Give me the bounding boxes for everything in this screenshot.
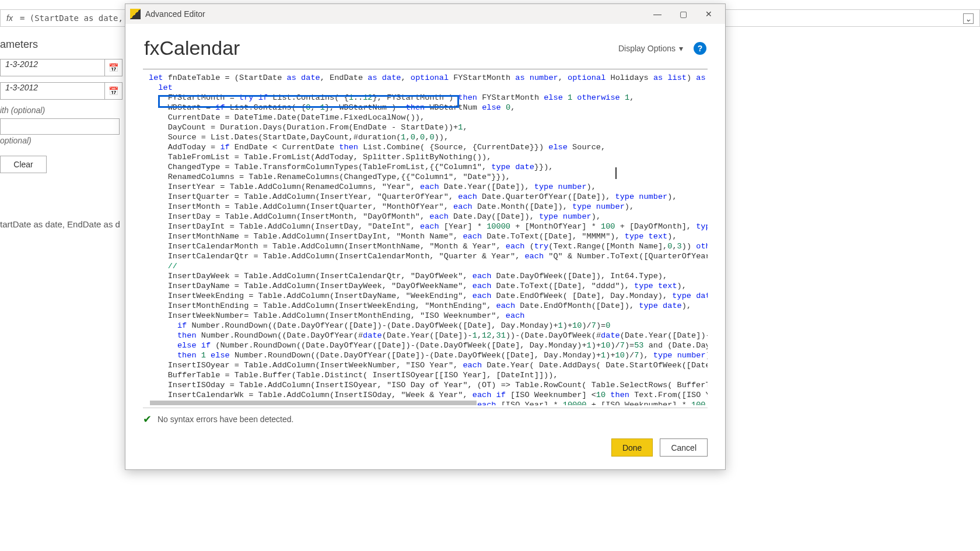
status-message: No syntax errors have been detected. bbox=[158, 415, 293, 424]
chevron-down-icon: ▾ bbox=[679, 44, 683, 53]
horizontal-scrollbar-thumb[interactable] bbox=[150, 401, 477, 405]
calendar-icon[interactable]: 📅 bbox=[105, 59, 123, 76]
text-cursor bbox=[615, 167, 617, 179]
maximize-button[interactable]: ▢ bbox=[670, 5, 696, 23]
help-icon[interactable]: ? bbox=[694, 42, 706, 55]
cancel-button[interactable]: Cancel bbox=[660, 438, 708, 457]
title-bar: Advanced Editor — ▢ ✕ bbox=[125, 4, 725, 24]
param-label-optional: optional) bbox=[0, 136, 123, 145]
display-options-label: Display Options bbox=[618, 44, 676, 53]
advanced-editor-dialog: Advanced Editor — ▢ ✕ fxCalendar Display… bbox=[125, 3, 726, 470]
editor-header: fxCalendar Display Options ▾ ? bbox=[125, 24, 725, 65]
clear-button[interactable]: Clear bbox=[0, 156, 47, 173]
done-button[interactable]: Done bbox=[611, 438, 653, 457]
formula-expand-icon[interactable]: ⌄ bbox=[963, 13, 974, 24]
function-signature: tartDate as date, EndDate as d bbox=[0, 219, 120, 229]
syntax-status: ✔ No syntax errors have been detected. bbox=[143, 408, 708, 426]
check-icon: ✔ bbox=[143, 413, 152, 426]
start-date-input[interactable]: 1-3-2012 bbox=[0, 59, 105, 76]
minimize-button[interactable]: — bbox=[645, 5, 670, 23]
dialog-footer: Done Cancel bbox=[125, 426, 725, 469]
optional-number-input[interactable] bbox=[0, 118, 120, 135]
code-content[interactable]: let fnDateTable = (StartDate as date, En… bbox=[143, 69, 708, 405]
close-button[interactable]: ✕ bbox=[696, 5, 722, 23]
formula-text[interactable]: = (StartDate as date, En bbox=[20, 13, 138, 23]
param-label-ith: ith (optional) bbox=[0, 106, 123, 115]
window-title: Advanced Editor bbox=[145, 9, 645, 19]
end-date-input[interactable]: 1-3-2012 bbox=[0, 82, 105, 100]
code-editor[interactable]: let fnDateTable = (StartDate as date, En… bbox=[143, 69, 708, 405]
parameters-panel: ameters 1-3-2012 📅 1-3-2012 📅 ith (optio… bbox=[0, 35, 123, 173]
app-icon bbox=[130, 9, 141, 19]
display-options-dropdown[interactable]: Display Options ▾ bbox=[618, 44, 683, 53]
parameters-title: ameters bbox=[0, 35, 123, 59]
query-name: fxCalendar bbox=[144, 37, 618, 59]
calendar-icon[interactable]: 📅 bbox=[105, 82, 123, 100]
fx-label: fx bbox=[6, 13, 13, 23]
